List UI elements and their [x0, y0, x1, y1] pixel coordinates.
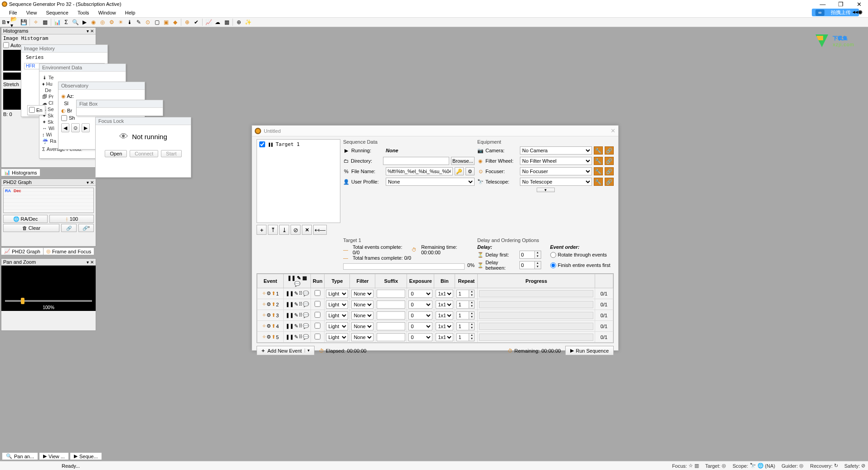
minimize-button[interactable]: — [814, 1, 832, 8]
gear-icon[interactable]: ✧ [262, 301, 266, 307]
type-select[interactable]: Light [326, 322, 348, 330]
comment-icon[interactable]: 💬 [303, 312, 309, 318]
bin-select[interactable]: 1x1 [436, 333, 453, 341]
directory-input[interactable] [383, 157, 449, 165]
collapse-button[interactable]: ↤— [313, 225, 327, 235]
tool-icon-6[interactable]: ◉ [89, 18, 97, 26]
tool-icon-22[interactable]: ✨ [244, 18, 252, 26]
run-checkbox[interactable] [315, 312, 320, 318]
wrench-icon[interactable]: 🔧 [594, 157, 603, 165]
link-icon[interactable]: 🔗 [605, 178, 614, 186]
add-target-button[interactable]: ＋ [257, 225, 267, 235]
slider-thumb[interactable] [21, 298, 24, 304]
repeat-input[interactable] [456, 333, 469, 341]
tool-icon-21[interactable]: ⊕ [235, 18, 243, 26]
tool-icon-9[interactable]: ☀ [116, 18, 125, 26]
tool-icon-12[interactable]: ⊙ [144, 18, 152, 26]
run-checkbox[interactable] [315, 334, 320, 339]
up-icon[interactable]: ⬆ [272, 291, 276, 296]
panzoom-view[interactable]: 100% [1, 266, 96, 311]
telescope-select[interactable]: No Telescope [520, 178, 592, 186]
close-icon[interactable]: ✕ [611, 127, 616, 134]
grid-icon[interactable]: ⠿ [299, 312, 302, 318]
gear-icon[interactable]: ✧ [262, 323, 266, 329]
focuser-select[interactable]: No Focuser [520, 167, 592, 175]
comment-icon[interactable]: 💬 [303, 291, 309, 296]
stop-button[interactable]: ⊘ [291, 225, 301, 235]
menu-file[interactable]: File [5, 10, 22, 15]
delay-first-input[interactable] [519, 251, 535, 259]
move-up-button[interactable]: ⤒ [268, 225, 278, 235]
pin-icon[interactable]: ▾ [87, 29, 89, 34]
up-icon[interactable]: ⬆ [272, 323, 276, 329]
exposure-select[interactable]: 0 [408, 300, 432, 309]
exposure-select[interactable]: 0 [408, 333, 432, 341]
tool-icon-14[interactable]: ▣ [162, 18, 170, 26]
target-list[interactable]: ❚❚ Target 1 [257, 139, 340, 223]
suffix-input[interactable] [377, 290, 405, 298]
menu-overflow-icon[interactable]: ◂◂◉ [848, 9, 867, 15]
close-icon[interactable]: ✕ [90, 29, 94, 34]
edit-icon[interactable]: ✎ [294, 323, 298, 329]
filter-select[interactable]: No Filter Wheel [520, 157, 592, 165]
bin-select[interactable]: 1x1 [436, 322, 453, 330]
tool-icon-4[interactable]: Σ [62, 18, 70, 26]
histograms-tab[interactable]: 📊Histograms [1, 169, 40, 176]
delete-button[interactable]: ✕ [302, 225, 312, 235]
suffix-input[interactable] [377, 322, 405, 330]
tool-icon-19[interactable]: ☁ [213, 18, 222, 26]
type-select[interactable]: Light [326, 311, 348, 320]
key-icon[interactable]: 🔑 [455, 167, 464, 175]
run-checkbox[interactable] [315, 323, 320, 329]
filename-input[interactable] [386, 167, 453, 175]
play-icon[interactable]: ▶ [80, 18, 88, 26]
exposure-select[interactable]: 0 [408, 290, 432, 298]
grid-icon[interactable]: ⠿ [299, 301, 302, 307]
pause-icon[interactable]: ❚❚ [286, 301, 294, 307]
menu-window[interactable]: Window [94, 10, 121, 15]
connect-button[interactable]: Connect [130, 150, 158, 157]
bin-select[interactable]: 1x1 [436, 300, 453, 309]
frame-focus-tab[interactable]: ◎Frame and Focus [43, 247, 94, 255]
tool-icon-3[interactable]: 📊 [53, 18, 61, 26]
finish-radio[interactable] [550, 262, 556, 268]
tool-icon-8[interactable]: ⚙ [107, 18, 116, 26]
bin-select[interactable]: 1x1 [436, 311, 453, 320]
settings-icon[interactable]: ⚙ [267, 291, 271, 296]
tool-icon-20[interactable]: ▦ [223, 18, 231, 26]
phd2-tab[interactable]: 📈PHD2 Graph [1, 247, 44, 255]
tool-icon-18[interactable]: 📈 [204, 18, 213, 26]
gear-icon[interactable]: ✧ [262, 312, 266, 318]
tool-icon-2[interactable]: ▦ [41, 18, 49, 26]
target-row[interactable]: ❚❚ Target 1 [258, 141, 339, 148]
edit-icon[interactable]: ✎ [294, 334, 298, 340]
camera-select[interactable]: No Camera [520, 146, 592, 155]
tool-icon-17[interactable]: ✔ [192, 18, 200, 26]
pause-icon[interactable]: ❚❚ [286, 291, 294, 296]
suffix-input[interactable] [377, 333, 405, 341]
radec-button[interactable]: 🌐RA/Dec [3, 215, 48, 223]
settings-icon[interactable]: ⚙ [267, 334, 271, 340]
up-icon[interactable]: ⬆ [272, 301, 276, 307]
pause-icon[interactable]: ❚❚ [286, 323, 294, 329]
repeat-input[interactable] [456, 311, 469, 320]
gear-icon[interactable]: ✧ [262, 334, 266, 340]
clear-button[interactable]: 🗑Clear [3, 224, 59, 232]
tool-icon-7[interactable]: ◎ [98, 18, 107, 26]
grid-icon[interactable]: ⠿ [299, 291, 302, 296]
run-checkbox[interactable] [315, 290, 320, 296]
settings-icon[interactable]: ⚙ [267, 312, 271, 318]
comment-icon[interactable]: 💬 [303, 301, 309, 307]
close-icon[interactable]: ✕ [90, 180, 94, 185]
sequence-tab[interactable]: ▶ Seque... [70, 452, 102, 460]
tool-icon-15[interactable]: ◆ [171, 18, 179, 26]
pause-icon[interactable]: ❚❚ [286, 334, 294, 340]
menu-tools[interactable]: Tools [73, 10, 94, 15]
filter-select[interactable]: None [351, 290, 373, 298]
type-select[interactable]: Light [326, 290, 348, 298]
tool-icon-16[interactable]: ⊕ [183, 18, 191, 26]
link-button[interactable]: 🔗 [61, 224, 77, 232]
tool-icon-10[interactable]: 🌡 [126, 18, 134, 26]
settings-icon[interactable]: ⚙ [466, 167, 475, 175]
wrench-icon[interactable]: 🔧 [594, 167, 603, 175]
